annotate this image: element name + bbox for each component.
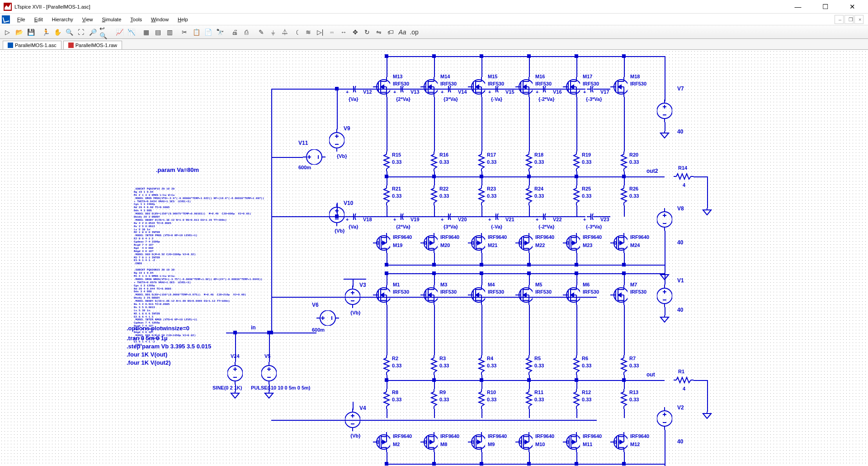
ground-icon[interactable] (660, 131, 670, 138)
schematic-label[interactable]: V3 (359, 282, 366, 288)
schematic-label[interactable]: V11 (298, 140, 308, 146)
schematic-label[interactable]: + (346, 90, 349, 95)
text-icon[interactable]: Aa (397, 27, 408, 38)
ground-icon[interactable]: ⏚ (268, 27, 278, 38)
schematic-label[interactable]: 40 (677, 439, 683, 444)
mdi-restore-button[interactable]: ❐ (844, 15, 854, 24)
schematic-label[interactable]: + (536, 217, 538, 222)
schematic-label[interactable]: M24 (630, 243, 640, 248)
wire-icon[interactable]: ✎ (256, 27, 267, 38)
schematic-canvas[interactable]: V740 M13IRF530 {Va}V12+ R150.33 M14IRF53… (0, 50, 868, 466)
schematic-label[interactable]: R10 (487, 390, 496, 395)
schematic-label[interactable]: V4 (359, 405, 366, 411)
schematic-label[interactable]: {-2*Va} (538, 224, 554, 229)
schematic-label[interactable]: R11 (534, 390, 543, 395)
schematic-label[interactable]: out (646, 372, 655, 377)
schematic-label[interactable]: 0.33 (487, 363, 496, 368)
param-directive[interactable]: .param Va=80m (156, 166, 199, 174)
zoom-in-icon[interactable]: 🔍 (64, 27, 75, 38)
schematic-label[interactable]: R23 (487, 186, 496, 191)
schematic-label[interactable]: IRF9640 (630, 434, 649, 439)
resistor[interactable] (620, 185, 628, 205)
close-all-icon[interactable]: ▥ (164, 27, 175, 38)
schematic-label[interactable]: R1 (678, 369, 684, 374)
resistor[interactable] (382, 389, 391, 409)
vsource[interactable] (303, 149, 326, 165)
schematic-label[interactable]: M16 (535, 74, 545, 79)
schematic-label[interactable]: V15 (505, 90, 514, 95)
pmos[interactable] (373, 233, 390, 253)
pmos[interactable] (420, 233, 438, 253)
cascade-icon[interactable]: ▤ (152, 27, 163, 38)
schematic-label[interactable]: {-Va} (491, 224, 502, 229)
schematic-label[interactable]: M9 (488, 442, 495, 447)
schematic-label[interactable]: 4 (683, 386, 685, 391)
print-setup-icon[interactable]: ⎙ (241, 27, 252, 38)
schematic-label[interactable]: IRF9640 (440, 434, 459, 439)
menu-file[interactable]: File (14, 16, 29, 23)
resistor[interactable] (477, 185, 486, 205)
pmos[interactable] (610, 233, 627, 253)
ground-icon[interactable] (230, 391, 240, 399)
schematic-label[interactable]: R7 (629, 356, 636, 361)
pmos[interactable] (563, 233, 580, 253)
pmos[interactable] (610, 432, 627, 452)
capacitor-icon[interactable]: ⟮ (291, 27, 302, 38)
resistor[interactable] (525, 152, 533, 171)
maximize-button[interactable]: ☐ (816, 3, 835, 11)
schematic-label[interactable]: + (488, 217, 491, 222)
resistor[interactable] (477, 355, 486, 375)
nmos[interactable] (420, 77, 438, 97)
component-icon[interactable]: ⎓ (326, 27, 337, 38)
schematic-label[interactable]: R12 (582, 390, 591, 395)
schematic-label[interactable]: V8 (677, 206, 684, 211)
schematic-label[interactable]: IRF530 (535, 290, 552, 295)
minimize-button[interactable]: — (788, 3, 807, 11)
vsource[interactable] (657, 285, 672, 307)
schematic-label[interactable]: V7 (677, 86, 684, 91)
schematic-label[interactable]: {3*Va} (443, 224, 458, 229)
vsource[interactable] (345, 409, 360, 431)
run-sim-icon[interactable]: 🏃 (40, 27, 51, 38)
nmos[interactable] (563, 285, 580, 305)
schematic-label[interactable]: R17 (487, 152, 496, 157)
vsource[interactable] (316, 310, 339, 326)
resistor[interactable] (674, 376, 693, 384)
pmos[interactable] (373, 432, 390, 452)
autorange-icon[interactable]: 📈 (114, 27, 125, 38)
schematic-label[interactable]: IRF9640 (488, 235, 507, 240)
schematic-label[interactable]: R25 (582, 186, 591, 191)
schematic-label[interactable]: M22 (535, 243, 545, 248)
schematic-label[interactable]: M4 (488, 282, 495, 287)
schematic-label[interactable]: R18 (534, 152, 543, 157)
nmos[interactable] (610, 77, 627, 97)
capacitor[interactable] (492, 85, 503, 93)
schematic-label[interactable]: IRF9640 (583, 235, 602, 240)
schematic-label[interactable]: 0.33 (439, 194, 449, 199)
schematic-label[interactable]: IRF9640 (583, 434, 602, 439)
schematic-label[interactable]: V10 (344, 200, 353, 206)
schematic-label[interactable]: R5 (534, 356, 541, 361)
schematic-label[interactable]: M8 (440, 442, 447, 447)
pmos[interactable] (468, 432, 485, 452)
schematic-label[interactable]: 0.33 (534, 363, 544, 368)
menu-simulate[interactable]: Simulate (98, 16, 125, 23)
resistor[interactable] (525, 389, 533, 409)
schematic-label[interactable]: M1 (393, 282, 400, 287)
menu-view[interactable]: View (79, 16, 97, 23)
mdi-close-button[interactable]: × (854, 15, 863, 24)
schematic-label[interactable]: M7 (630, 282, 637, 287)
nmos[interactable] (515, 285, 533, 305)
nmos[interactable] (563, 77, 580, 97)
schematic-label[interactable]: {-3*Va} (586, 224, 602, 229)
schematic-label[interactable]: M5 (535, 282, 542, 287)
schematic-label[interactable]: 600m (312, 328, 325, 333)
schematic-label[interactable]: V13 (410, 90, 420, 95)
schematic-label[interactable]: out2 (646, 168, 658, 174)
resistor[interactable] (620, 152, 628, 171)
schematic-label[interactable]: M14 (440, 74, 450, 79)
schematic-label[interactable]: M2 (393, 442, 400, 447)
schematic-label[interactable]: IRF530 (440, 290, 457, 295)
resistor[interactable] (477, 389, 486, 409)
diode-icon[interactable]: ▷| (315, 27, 326, 38)
